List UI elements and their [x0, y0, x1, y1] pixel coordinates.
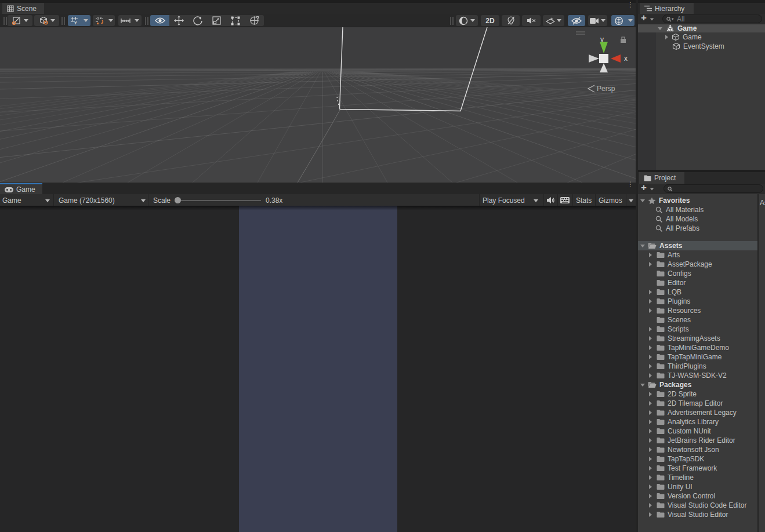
svg-text:Persp: Persp [597, 85, 615, 93]
svg-text:x: x [624, 54, 628, 63]
svg-text:Y: Y [74, 20, 78, 25]
